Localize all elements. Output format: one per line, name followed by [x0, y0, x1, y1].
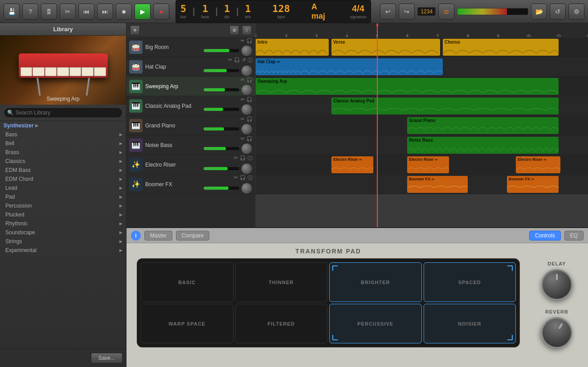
clip-electro-riser-3[interactable]: Electro Riser ∞	[516, 156, 560, 173]
extra-icon[interactable]: ⓘ	[248, 175, 253, 181]
sidebar-item-brass[interactable]: Brass ▶	[0, 148, 126, 157]
pad-basic[interactable]: BASIC	[141, 262, 233, 302]
sidebar-item-percussion[interactable]: Percussion ▶	[0, 201, 126, 210]
pan-knob-classic-analog-pad[interactable]	[241, 104, 253, 115]
sidebar-item-edm-bass[interactable]: EDM Bass ▶	[0, 166, 126, 175]
pad-brighter[interactable]: BRIGHTER	[329, 262, 422, 302]
clip-noise-bass[interactable]: Noise Bass	[407, 137, 559, 154]
pad-spaced[interactable]: SPACED	[424, 262, 516, 302]
sidebar-item-bass[interactable]: Bass ▶	[0, 130, 126, 139]
volume-slider-noise-bass[interactable]	[204, 147, 239, 150]
scissors-button[interactable]: ✂	[60, 4, 76, 20]
track-item-electro-riser[interactable]: ✨ Electro Riser ✂ 🎧 ⓘ	[127, 155, 255, 175]
sidebar-item-rhythmic[interactable]: Rhythmic ▶	[0, 219, 126, 228]
play-button[interactable]: ▶	[135, 4, 151, 20]
clip-grand-piano[interactable]: Grand Piano	[407, 117, 559, 134]
tab-eq[interactable]: EQ	[564, 231, 584, 241]
clip-chorus[interactable]: Chorus	[443, 39, 559, 56]
extra-icon[interactable]: ⓘ	[248, 155, 253, 162]
solo-icon[interactable]: 🎧	[240, 155, 246, 162]
track-item-boomer-fx[interactable]: ✨ Boomer FX ✂ 🎧 ⓘ	[127, 175, 255, 194]
pan-knob-sweeping-arp[interactable]	[241, 84, 253, 96]
loop-icon[interactable]: ↺	[242, 57, 246, 64]
browser-button[interactable]: 📂	[531, 4, 547, 20]
solo-icon-big-room[interactable]: 🎧	[246, 38, 253, 44]
volume-slider-boomer-fx[interactable]	[204, 187, 239, 190]
tab-compare[interactable]: Compare	[176, 231, 209, 241]
reverb-knob[interactable]	[535, 311, 578, 354]
clip-intro[interactable]: Intro	[256, 39, 329, 56]
clip-boomer-fx-1[interactable]: Boomer FX ∞	[407, 176, 468, 193]
redo-button[interactable]: ↪	[399, 4, 415, 20]
solo-icon[interactable]: 🎧	[246, 136, 253, 142]
sidebar-item-classics[interactable]: Classics ▶	[0, 157, 126, 166]
tab-controls[interactable]: Controls	[529, 231, 561, 241]
solo-icon[interactable]: 🎧	[240, 175, 246, 181]
undo-button[interactable]: ↩	[380, 4, 396, 20]
sidebar-item-bell[interactable]: Bell ▶	[0, 139, 126, 148]
clip-boomer-fx-2[interactable]: Boomer FX ∞	[507, 176, 559, 193]
track-item-classic-analog-pad[interactable]: 🎹 Classic Analog Pad ✂ 🎧	[127, 96, 255, 116]
sidebar-item-edm-chord[interactable]: EDM Chord ▶	[0, 175, 126, 184]
clip-classic-analog-pad[interactable]: Classic Analog Pad	[331, 98, 559, 114]
track-item-noise-bass[interactable]: 🎹 Noise Bass ✂ 🎧	[127, 135, 255, 155]
loop-button[interactable]: ↺	[550, 4, 566, 20]
mute-icon[interactable]: ✂	[234, 155, 238, 162]
mute-icon[interactable]: ✂	[241, 97, 245, 102]
mute-icon[interactable]: ✂	[241, 136, 245, 142]
pad-filtered[interactable]: FILTERED	[235, 304, 328, 343]
mute-icon[interactable]: ✂	[234, 175, 238, 181]
volume-slider-electro-riser[interactable]	[204, 167, 239, 170]
sidebar-item-strings[interactable]: Strings ▶	[0, 237, 126, 246]
plugin-info-button[interactable]: i	[131, 231, 141, 241]
stop-button[interactable]: ■	[116, 4, 132, 20]
clip-electro-riser-2[interactable]: Electro Riser ∞	[407, 156, 449, 173]
track-filter-button[interactable]: ▽	[242, 25, 252, 35]
solo-icon[interactable]: 🎧	[246, 97, 253, 102]
info-icon[interactable]: ⓘ	[248, 57, 253, 64]
rewind-button[interactable]: ⏮	[78, 4, 94, 20]
track-options-button[interactable]: ⊞	[229, 25, 239, 35]
sidebar-category-synthesizer[interactable]: Synthesizer ▶	[0, 121, 126, 130]
track-item-hat-clap[interactable]: 🥁 Hat Clap ✂ 🎧 ↺ ⓘ	[127, 57, 255, 77]
record2-button[interactable]: ⊙	[438, 4, 454, 20]
volume-slider-hat-clap[interactable]	[204, 69, 239, 72]
clip-electro-riser-1[interactable]: Electro Riser ∞	[331, 156, 373, 173]
pan-knob-hat-clap[interactable]	[241, 65, 253, 77]
pan-knob-noise-bass[interactable]	[241, 143, 253, 155]
pan-knob-grand-piano[interactable]	[241, 123, 253, 135]
solo-icon[interactable]: 🎧	[246, 116, 253, 122]
fast-forward-button[interactable]: ⏭	[97, 4, 113, 20]
tab-master[interactable]: Master	[144, 231, 172, 241]
delay-knob[interactable]	[541, 269, 572, 300]
sidebar-item-lead[interactable]: Lead ▶	[0, 184, 126, 192]
volume-slider-grand-piano[interactable]	[204, 127, 239, 130]
volume-slider-sweeping-arp[interactable]	[204, 88, 239, 91]
solo-icon[interactable]: 🎧	[246, 77, 253, 83]
search-input[interactable]	[4, 107, 122, 118]
mute-icon[interactable]: ✂	[241, 77, 245, 83]
mute-icon-big-room[interactable]: ✂	[241, 38, 245, 44]
save-to-disk-button[interactable]: 💾	[4, 4, 20, 20]
pad-noisier[interactable]: NOISIER	[424, 304, 516, 343]
mute-icon[interactable]: ✂	[228, 57, 232, 64]
sidebar-item-experimental[interactable]: Experimental ▶	[0, 246, 126, 255]
sidebar-item-plucked[interactable]: Plucked ▶	[0, 210, 126, 219]
clip-sweeping-arp[interactable]: Sweeping Arp	[256, 78, 559, 95]
settings-button[interactable]: ⚙	[568, 4, 584, 20]
help-button[interactable]: ?	[22, 4, 38, 20]
solo-icon[interactable]: 🎧	[234, 57, 240, 64]
track-item-sweeping-arp[interactable]: 🎹 Sweeping Arp ✂ 🎧	[127, 77, 255, 96]
pan-knob-electro-riser[interactable]	[241, 163, 253, 175]
volume-slider-classic-analog-pad[interactable]	[204, 108, 239, 111]
record-button[interactable]: ●	[153, 4, 169, 20]
clip-hat-clap[interactable]: Hat Clap ∞	[256, 58, 443, 75]
sidebar-item-soundscape[interactable]: Soundscape ▶	[0, 228, 126, 237]
track-item-grand-piano[interactable]: 🎹 Grand Piano ✂ 🎧	[127, 116, 255, 135]
pan-knob-big-room[interactable]	[241, 45, 253, 57]
sidebar-item-pad[interactable]: Pad ▶	[0, 192, 126, 201]
pad-percussive[interactable]: PERCUSSIVE	[329, 304, 422, 343]
add-track-button[interactable]: +	[130, 25, 140, 35]
pad-thinner[interactable]: THINNER	[235, 262, 328, 302]
pad-warp-space[interactable]: WARP SPACE	[141, 304, 233, 343]
